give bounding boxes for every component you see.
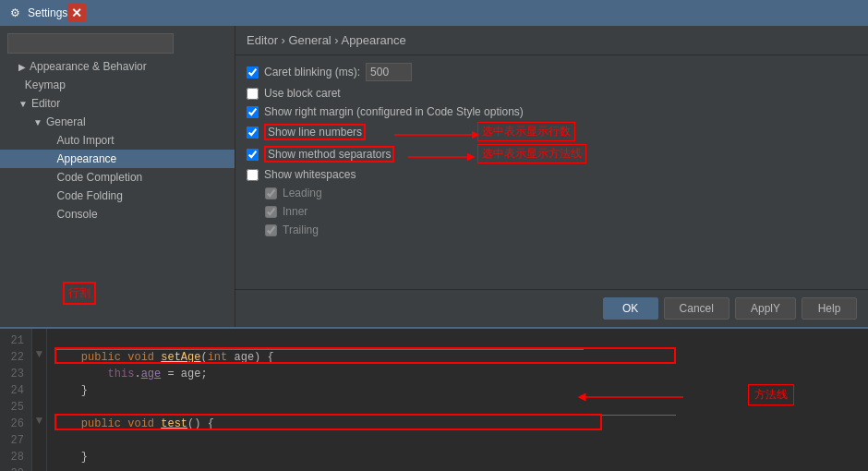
setting-inner: Inner xyxy=(247,205,857,218)
annotation-method-line: 方法线 xyxy=(748,384,794,405)
help-button[interactable]: Help xyxy=(802,297,857,320)
content-body: Caret blinking (ms): Use block caret Sho… xyxy=(235,55,868,289)
sidebar-item-editor[interactable]: ▼ Editor xyxy=(0,94,235,113)
code-line-close1: } xyxy=(54,382,861,399)
hang-box-annotation: 行割 xyxy=(63,282,96,305)
setting-leading: Leading xyxy=(247,187,857,199)
arrow-method-separators xyxy=(408,150,482,168)
line-numbers-panel: 21 22 23 24 25 26 27 28 29 xyxy=(0,329,32,471)
title-bar: ⚙ Settings ✕ xyxy=(0,0,868,26)
checkbox-trailing[interactable] xyxy=(265,224,277,236)
setting-use-block-caret: Use block caret xyxy=(247,87,857,100)
setting-show-line-numbers: Show line numbers 选中表示显示行数 xyxy=(247,124,857,140)
code-content[interactable]: public void setAge(int age) { this.age =… xyxy=(47,329,868,471)
code-line-setage: public void setAge(int age) { xyxy=(54,349,861,366)
bottom-buttons: OK Cancel ApplY Help xyxy=(235,289,868,327)
show-method-separators-label: Show method separators xyxy=(264,146,394,163)
checkbox-inner[interactable] xyxy=(265,206,277,218)
checkbox-show-line-numbers[interactable] xyxy=(247,127,259,139)
sidebar-item-code-folding[interactable]: Code Folding xyxy=(0,187,235,205)
sidebar-item-keymap[interactable]: Keymap xyxy=(0,76,235,94)
code-area: 21 22 23 24 25 26 27 28 29 ▼ ▼ xyxy=(0,327,868,471)
fold-indicators: ▼ ▼ xyxy=(32,329,47,471)
sidebar: ▶ Appearance & Behavior Keymap ▼ Editor … xyxy=(0,26,235,327)
cancel-button[interactable]: Cancel xyxy=(664,297,729,320)
checkbox-show-method-separators[interactable] xyxy=(247,149,259,161)
checkbox-show-whitespaces[interactable] xyxy=(247,169,259,181)
sidebar-item-appearance[interactable]: Appearance xyxy=(0,150,235,168)
annotation-method-separators: 选中表示显示方法线 xyxy=(477,144,586,163)
code-line-thisage: this.age = age; xyxy=(54,366,861,382)
search-input[interactable] xyxy=(7,33,174,54)
code-line-empty3 xyxy=(54,465,861,471)
title-bar-title: Settings xyxy=(28,6,67,19)
setting-caret-blinking: Caret blinking (ms): xyxy=(247,63,857,81)
caret-ms-input[interactable] xyxy=(366,63,412,81)
close-button[interactable]: ✕ xyxy=(67,4,86,22)
sidebar-item-auto-import[interactable]: Auto Import xyxy=(0,131,235,150)
content-area: Editor › General › Appearance Caret blin… xyxy=(235,26,868,327)
checkbox-leading[interactable] xyxy=(265,187,277,199)
code-line-empty2 xyxy=(54,432,861,449)
code-line-empty1 xyxy=(54,399,861,416)
code-line-test: public void test() { xyxy=(54,416,861,432)
setting-show-right-margin: Show right margin (configured in Code St… xyxy=(247,105,857,118)
content-header: Editor › General › Appearance xyxy=(235,26,868,55)
sidebar-item-general[interactable]: ▼ General xyxy=(0,113,235,131)
show-line-numbers-label: Show line numbers xyxy=(264,124,366,140)
setting-show-whitespaces: Show whitespaces xyxy=(247,168,857,181)
checkbox-caret-blinking[interactable] xyxy=(247,66,259,78)
apply-button[interactable]: ApplY xyxy=(735,297,796,320)
ok-button[interactable]: OK xyxy=(603,297,658,320)
sidebar-item-appearance-behavior[interactable]: ▶ Appearance & Behavior xyxy=(0,57,235,76)
setting-trailing: Trailing xyxy=(247,223,857,236)
title-bar-icon: ⚙ xyxy=(7,6,22,20)
method-separator-1 xyxy=(54,332,861,349)
sidebar-item-console[interactable]: Console xyxy=(0,205,235,223)
arrow-line-numbers xyxy=(394,127,487,146)
sidebar-item-code-completion[interactable]: Code Completion xyxy=(0,168,235,187)
code-line-close2: } xyxy=(54,449,861,465)
checkbox-use-block-caret[interactable] xyxy=(247,88,259,100)
annotation-line-numbers: 选中表示显示行数 xyxy=(477,122,575,141)
setting-show-method-separators: Show method separators 选中表示显示方法线 xyxy=(247,146,857,163)
checkbox-show-right-margin[interactable] xyxy=(247,106,259,118)
